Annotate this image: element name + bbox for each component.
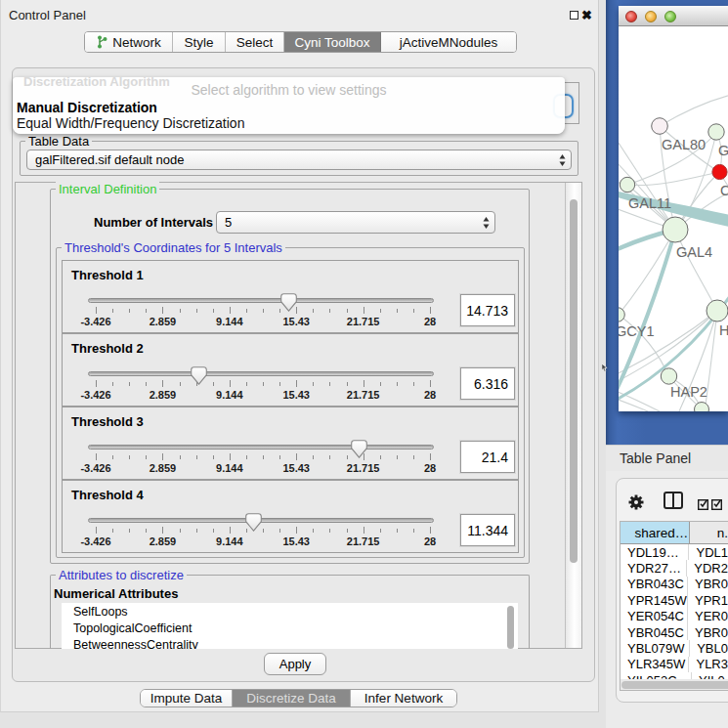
svg-text:HAP2: HAP2: [670, 384, 707, 400]
svg-text:GAL80: GAL80: [662, 137, 706, 152]
svg-text:GCY1: GCY1: [619, 323, 655, 339]
svg-text:C: C: [720, 183, 728, 198]
svg-text:G.: G.: [718, 143, 728, 158]
svg-text:GAL4: GAL4: [676, 244, 712, 260]
svg-text:H: H: [719, 322, 728, 338]
svg-text:GAL11: GAL11: [628, 195, 671, 211]
